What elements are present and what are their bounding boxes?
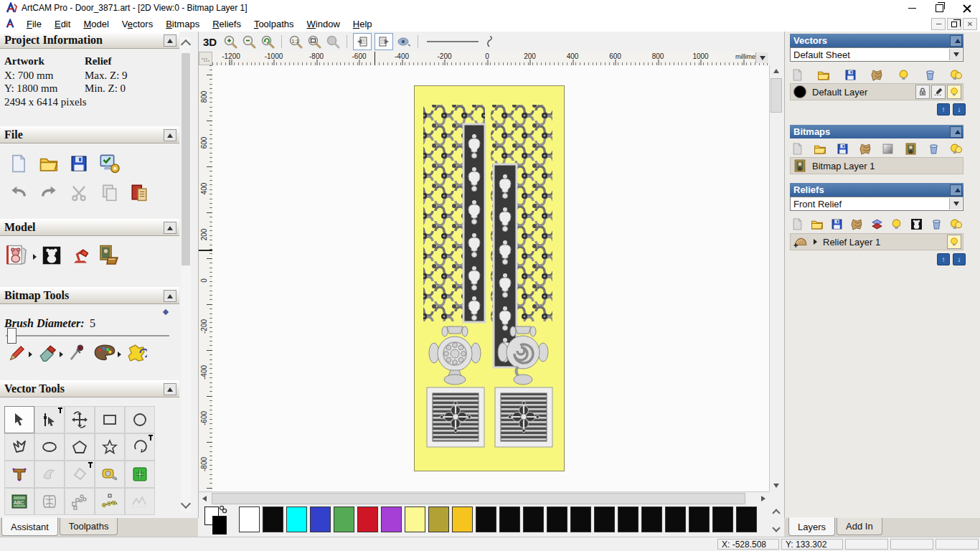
paste-notes-icon[interactable] <box>128 181 151 204</box>
vector-layer-row[interactable]: Default Layer <box>790 83 963 100</box>
create-ellipse-tool[interactable] <box>34 433 65 461</box>
menu-item-model[interactable]: Model <box>77 17 115 31</box>
zoom-out-icon[interactable] <box>241 34 257 50</box>
palette-scroll-down[interactable] <box>771 521 781 535</box>
merge-vector-layers-icon[interactable] <box>870 67 884 82</box>
palette-swatch[interactable] <box>570 507 591 532</box>
toggle-bitmap-visibility-button[interactable] <box>353 33 372 50</box>
flyout-arrow-icon[interactable] <box>33 254 37 260</box>
lock-layer-icon[interactable] <box>915 85 930 99</box>
canvas-horizontal-scrollbar[interactable] <box>199 491 769 504</box>
paint-tool-icon[interactable] <box>6 342 29 364</box>
flyout-arrow-icon[interactable] <box>118 352 121 357</box>
distort-vectors-tool[interactable] <box>34 488 65 515</box>
zoom-previous-icon[interactable] <box>260 34 275 50</box>
layer-visibility-bulb-icon[interactable] <box>947 235 961 249</box>
palette-swatch[interactable] <box>547 507 567 532</box>
canvas-2d-view[interactable] <box>212 65 769 491</box>
palette-swatch[interactable] <box>310 507 331 532</box>
smooth-vectors-tool[interactable] <box>125 488 155 515</box>
snap-layer-icon[interactable] <box>931 85 946 99</box>
assistant-scrollbar-thumb[interactable] <box>182 53 190 265</box>
expand-relief-layer-icon[interactable] <box>814 239 817 245</box>
palette-swatch[interactable] <box>452 507 473 532</box>
toggle-all-vector-layers-icon[interactable] <box>949 67 963 82</box>
create-text-tool[interactable] <box>4 461 34 488</box>
scroll-down-button[interactable] <box>770 480 782 491</box>
palette-swatch[interactable] <box>712 507 733 532</box>
vertical-scroll-thumb[interactable] <box>771 78 782 113</box>
palette-swatch[interactable] <box>618 507 639 532</box>
open-bitmap-layer-icon[interactable] <box>813 141 827 156</box>
fit-curve-tool[interactable] <box>95 488 125 515</box>
assistant-scroll-down-icon[interactable] <box>182 499 189 509</box>
vector-doctor-tool[interactable] <box>65 488 95 515</box>
menu-item-file[interactable]: File <box>20 17 48 31</box>
transform-vectors-tool[interactable] <box>65 406 95 433</box>
toggle-all-relief-layers-icon[interactable] <box>949 217 963 231</box>
switch-to-3d-button[interactable]: 3D <box>203 36 217 48</box>
tab-add-in[interactable]: Add In <box>837 518 882 535</box>
dropdown-arrow-icon[interactable] <box>949 198 962 209</box>
palette-swatch[interactable] <box>499 507 520 532</box>
mdi-minimize-button[interactable] <box>931 18 946 30</box>
notes-properties-icon[interactable] <box>98 152 121 175</box>
delete-relief-layer-icon[interactable] <box>929 217 943 231</box>
merge-relief-layers-icon[interactable] <box>849 217 864 231</box>
paste-along-curve-tool[interactable] <box>125 461 155 488</box>
restore-button[interactable] <box>925 0 953 16</box>
select-vectors-tool[interactable] <box>4 406 34 433</box>
tab-layers[interactable]: Layers <box>788 517 835 536</box>
toggle-all-bitmap-layers-icon[interactable] <box>949 141 963 156</box>
menu-item-help[interactable]: Help <box>347 17 379 31</box>
palette-swatch[interactable] <box>428 507 449 532</box>
new-vector-layer-icon[interactable] <box>790 67 804 82</box>
palette-swatch[interactable] <box>641 507 662 532</box>
menu-item-edit[interactable]: Edit <box>48 17 77 31</box>
collapse-reliefs-icon[interactable] <box>950 184 962 196</box>
palette-swatch[interactable] <box>665 507 686 532</box>
preview-relief-icon[interactable] <box>396 34 412 50</box>
menu-item-toolpaths[interactable]: Toolpaths <box>248 17 301 31</box>
palette-swatch[interactable] <box>594 507 615 532</box>
mdi-close-button[interactable]: ✕ <box>963 18 977 30</box>
scroll-up-button[interactable] <box>770 65 782 77</box>
toggle-vector-visibility-button[interactable] <box>374 33 393 50</box>
save-relief-layer-icon[interactable] <box>830 217 844 231</box>
new-model-icon[interactable] <box>7 152 30 175</box>
palette-swatch[interactable] <box>736 507 757 532</box>
redo-icon[interactable] <box>37 181 60 204</box>
brush-diameter-slider-track[interactable] <box>6 335 169 336</box>
minimize-button[interactable] <box>898 0 925 16</box>
relief-side-dropdown[interactable]: Front Relief <box>790 197 963 211</box>
invert-model-icon[interactable] <box>40 244 63 267</box>
show-relief-layer-icon[interactable] <box>890 217 904 231</box>
greyscale-bitmap-icon[interactable] <box>881 141 895 156</box>
save-bitmap-layer-icon[interactable] <box>835 141 849 156</box>
link-colours-icon[interactable] <box>219 505 227 514</box>
menu-item-reliefs[interactable]: Reliefs <box>206 17 248 31</box>
flood-fill-icon[interactable] <box>125 342 148 364</box>
save-model-icon[interactable] <box>67 152 90 175</box>
create-arc-tool[interactable] <box>125 433 155 461</box>
collapse-bitmaps-icon[interactable] <box>950 126 962 138</box>
cut-icon[interactable] <box>67 181 90 204</box>
menu-item-bitmaps[interactable]: Bitmaps <box>159 17 206 31</box>
zoom-1to1-icon[interactable]: 1:1 <box>288 34 303 50</box>
collapse-section-button[interactable] <box>164 34 176 47</box>
flyout-arrow-icon[interactable] <box>60 352 63 357</box>
collapse-vectors-icon[interactable] <box>950 35 962 47</box>
palette-swatch[interactable] <box>357 507 378 532</box>
show-vector-layer-icon[interactable] <box>896 67 910 82</box>
flyout-arrow-icon[interactable] <box>29 352 32 357</box>
dropdown-arrow-icon[interactable] <box>949 49 962 60</box>
units-dropdown-icon[interactable] <box>755 52 768 63</box>
set-model-size-icon[interactable] <box>6 244 29 267</box>
palette-swatch[interactable] <box>263 507 283 532</box>
vector-sheet-dropdown[interactable]: Default Sheet <box>790 47 963 62</box>
copy-icon[interactable] <box>98 181 121 204</box>
delete-vector-layer-icon[interactable] <box>923 67 937 82</box>
horizontal-scroll-thumb[interactable] <box>212 493 745 504</box>
collapse-section-button[interactable] <box>164 383 176 395</box>
undo-icon[interactable] <box>7 181 30 204</box>
